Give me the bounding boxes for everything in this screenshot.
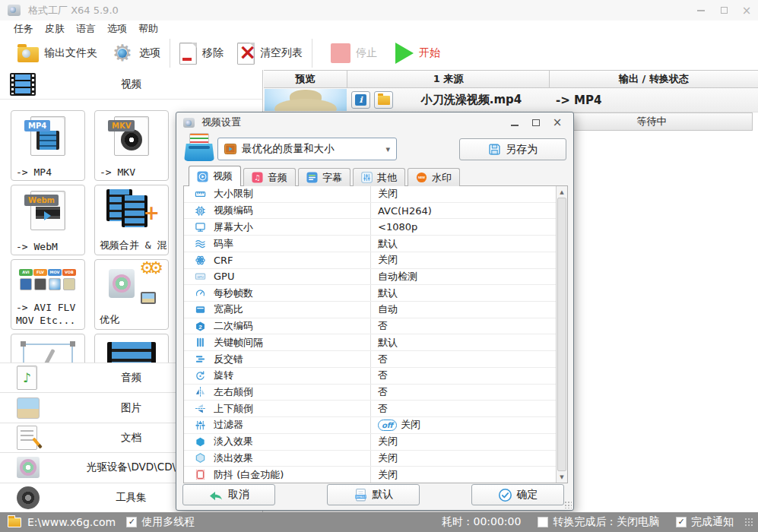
setting-value[interactable]: 否 [370,368,556,384]
cancel-button[interactable]: 取消 [182,484,275,505]
setting-value[interactable]: 默认 [370,236,556,252]
options-button[interactable]: ⚙ 选项 [104,38,167,68]
settings-row[interactable]: 每秒帧数默认 [184,285,556,302]
maximize-button[interactable] [712,0,735,21]
settings-row[interactable]: 视频编码AVC(H264) [184,203,556,220]
setting-value[interactable]: 自动 [370,302,556,318]
menu-item[interactable]: 语言 [76,22,96,36]
close-button[interactable]: × [735,0,758,21]
scroll-up-arrow[interactable]: ▲ [557,186,567,198]
setting-value[interactable]: 默认 [370,285,556,301]
output-path[interactable]: E:\www.x6g.com [27,516,116,528]
format-tile[interactable]: AVIFLVMOVVOB-> AVI FLV MOV Etc... [11,259,85,330]
output-folder-icon [17,47,39,62]
settings-row[interactable]: 关键帧间隔默认 [184,334,556,351]
setting-value[interactable]: 否 [370,385,556,401]
default-button[interactable]: DEFAULT 默认 [327,484,420,505]
notify-checkbox[interactable]: ✓ [676,517,687,527]
setting-value[interactable]: AVC(H264) [370,203,556,219]
tab-other[interactable]: 其他 [353,168,405,186]
video-category-header[interactable]: 视频 [0,70,262,100]
settings-row[interactable]: 大小限制关闭 [184,186,556,203]
resize-grip[interactable] [744,518,753,527]
settings-row[interactable]: 2二次编码否 [184,318,556,335]
column-header[interactable]: 预览 [264,71,347,87]
clear-list-button[interactable]: 清空列表 [230,38,309,68]
remove-label: 移除 [202,46,224,60]
setting-label: 淡出效果 [214,451,370,465]
dialog-minimize-button[interactable] [506,115,524,130]
remove-button[interactable]: 移除 [173,38,230,68]
setting-value[interactable]: 自动检测 [370,269,556,285]
settings-row[interactable]: 码率默认 [184,236,556,252]
statusbar-right: 耗时 : 00:00:00 转换完成后 : 关闭电脑 ✓ 完成通知 [442,515,753,529]
menu-item[interactable]: 选项 [107,22,127,36]
output-folder-button[interactable]: 输出文件夹 [11,38,104,68]
multithread-checkbox[interactable]: ✓ [126,517,137,527]
dialog-titlebar[interactable]: 视频设置 × [176,112,573,132]
preset-dropdown[interactable]: 最优化的质量和大小 ▾ [217,138,397,160]
save-as-button[interactable]: 另存为 [459,138,566,160]
shutdown-checkbox[interactable] [538,517,548,527]
setting-value[interactable]: 关闭 [370,186,556,202]
scrollbar[interactable]: ▲ ▼ [556,186,567,483]
format-tile[interactable]: MP4-> MP4 [11,110,85,181]
fps-gauge-icon [193,287,207,299]
setting-value[interactable]: 关闭 [370,434,556,450]
settings-row[interactable]: 屏幕大小<1080p [184,219,556,236]
format-tile[interactable]: +视频合并 & 混流 [94,185,169,255]
settings-row[interactable]: CRF关闭 [184,252,556,269]
settings-row[interactable]: 上下颠倒否 [184,401,556,417]
preview-thumbnail[interactable] [265,89,347,111]
menu-item[interactable]: 任务 [14,22,33,36]
minimize-button[interactable] [690,0,712,21]
settings-row[interactable]: 过滤器off关闭 [184,417,556,434]
setting-value[interactable]: off关闭 [370,417,556,433]
settings-row[interactable]: 淡出效果关闭 [184,451,556,467]
info-button[interactable]: i [351,91,370,109]
stop-button[interactable]: 停止 [324,38,384,68]
tab-subtitle[interactable]: 字幕 [298,168,350,186]
setting-value[interactable]: 关闭 [370,467,556,483]
source-filename: 小刀洗澡视频.mp4 [393,93,550,107]
start-button[interactable]: 开始 [389,38,447,68]
dialog-maximize-button[interactable] [527,115,545,130]
setting-value[interactable]: 否 [370,351,556,367]
settings-row[interactable]: GPUGPU自动检测 [184,269,556,286]
settings-row[interactable]: 旋转否 [184,368,556,385]
format-tile[interactable] [11,334,85,363]
setting-value[interactable]: 关闭 [370,252,556,268]
column-header[interactable]: 1 来源 [347,71,550,87]
setting-value[interactable]: 默认 [370,334,556,350]
settings-rows: 大小限制关闭视频编码AVC(H264)屏幕大小<1080p码率默认CRF关闭GP… [184,186,556,483]
setting-value[interactable]: 关闭 [370,451,556,467]
setting-value[interactable]: 否 [370,401,556,416]
tab-watermark[interactable]: NEW水印 [408,168,460,186]
settings-row[interactable]: 宽高比自动 [184,302,556,318]
settings-row[interactable]: 左右颠倒否 [184,385,556,401]
open-folder-button[interactable] [374,91,393,109]
setting-value-text: 关闭 [401,418,420,432]
two-pass-icon: 2 [193,321,207,332]
menu-item[interactable]: 皮肤 [45,22,65,36]
column-header[interactable]: 输出 / 转换状态 [550,71,758,87]
settings-row[interactable]: 反交错否 [184,351,556,368]
tab-audio[interactable]: ♫音频 [243,168,296,186]
format-tile[interactable]: ⚙⚙优化 [94,259,169,330]
setting-value[interactable]: <1080p [370,219,556,235]
notify-option: ✓ 完成通知 [676,515,734,529]
scroll-thumb[interactable] [557,198,566,471]
setting-value[interactable]: 否 [370,318,556,334]
settings-row[interactable]: 防抖 (白金功能)关闭 [184,467,556,483]
task-row[interactable]: i 小刀洗澡视频.mp4 -> MP4 [264,88,758,112]
scroll-down-arrow[interactable]: ▼ [557,471,567,483]
format-tile[interactable]: Webm-> WebM [11,185,85,255]
format-tile[interactable]: MKV-> MKV [94,110,169,181]
tab-video[interactable]: 视频 [189,166,241,186]
ok-button[interactable]: 确定 [471,484,564,505]
dialog-resize-grip[interactable] [564,501,572,508]
menu-item[interactable]: 帮助 [138,22,158,36]
settings-row[interactable]: 淡入效果关闭 [184,434,556,451]
format-tile[interactable] [94,334,169,363]
dialog-close-button[interactable]: × [548,115,566,130]
